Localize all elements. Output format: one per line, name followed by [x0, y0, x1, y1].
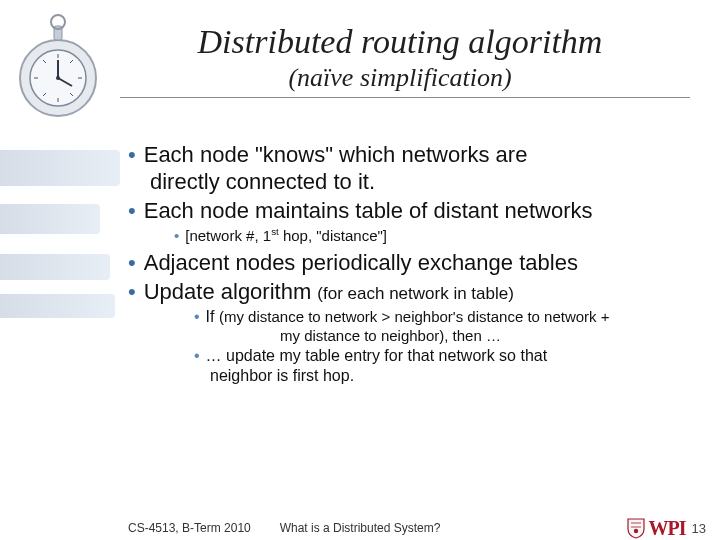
slide: Distributed routing algorithm (naïve sim… [0, 0, 720, 540]
superscript: st [271, 226, 279, 237]
slide-subtitle: (naïve simplification) [120, 63, 680, 93]
decorative-bar [0, 254, 110, 280]
svg-point-14 [56, 76, 60, 80]
svg-point-15 [633, 529, 637, 533]
sub-bullet-condition: (my distance to network > neighbor's dis… [219, 308, 610, 325]
title-block: Distributed routing algorithm (naïve sim… [0, 0, 720, 93]
sub-bullet-item: •[network #, 1st hop, "distance"] [128, 226, 712, 245]
sub-bullet-text-wrap: neighbor is first hop. [194, 366, 712, 386]
bullet-text: Each node maintains table of distant net… [144, 198, 593, 223]
bullet-item: •Update algorithm (for each network in t… [128, 279, 712, 306]
bullet-text: Each node "knows" which networks are [144, 142, 528, 167]
sub-bullet-item: •… update my table entry for that networ… [128, 346, 712, 386]
bullet-dot-icon: • [128, 250, 136, 275]
bullet-dot-icon: • [128, 198, 136, 223]
bullet-dot-icon: • [174, 227, 179, 244]
decorative-bars [0, 150, 120, 336]
footer-title: What is a Distributed System? [0, 521, 720, 535]
sub-bullet-text-tail: hop, "distance"] [279, 227, 387, 244]
bullet-text: Update algorithm [144, 279, 318, 304]
slide-title: Distributed routing algorithm [120, 22, 680, 61]
wpi-logo: WPI [627, 517, 686, 540]
bullet-text-wrap: directly connected to it. [128, 169, 712, 196]
pocket-watch-icon [8, 8, 108, 128]
sub-bullet-text: … update my table entry for that network… [206, 347, 548, 364]
footer-right: WPI 13 [627, 517, 706, 540]
shield-icon [627, 517, 645, 539]
bullet-dot-icon: • [128, 142, 136, 167]
decorative-bar [0, 294, 115, 318]
bullet-item: •Each node "knows" which networks are di… [128, 142, 712, 196]
bullet-paren: (for each network in table) [317, 284, 514, 303]
content-body: •Each node "knows" which networks are di… [128, 142, 712, 386]
page-number: 13 [692, 521, 706, 536]
sub-bullet-then: , then … [444, 327, 501, 344]
bullet-dot-icon: • [194, 308, 200, 325]
bullet-dot-icon: • [128, 279, 136, 304]
bullet-text: Adjacent nodes periodically exchange tab… [144, 250, 578, 275]
title-underline [120, 97, 690, 98]
bullet-dot-icon: • [194, 347, 200, 364]
sub-bullet-text: [network #, 1 [185, 227, 271, 244]
wpi-logo-text: WPI [649, 517, 686, 540]
sub-bullet-item: •If (my distance to network > neighbor's… [128, 307, 712, 346]
decorative-bar [0, 204, 100, 234]
sub-bullet-lead: If [206, 308, 219, 325]
decorative-bar [0, 150, 120, 186]
bullet-item: •Adjacent nodes periodically exchange ta… [128, 250, 712, 277]
bullet-item: •Each node maintains table of distant ne… [128, 198, 712, 225]
sub-bullet-condition-wrap: my distance to neighbor) [280, 327, 444, 344]
